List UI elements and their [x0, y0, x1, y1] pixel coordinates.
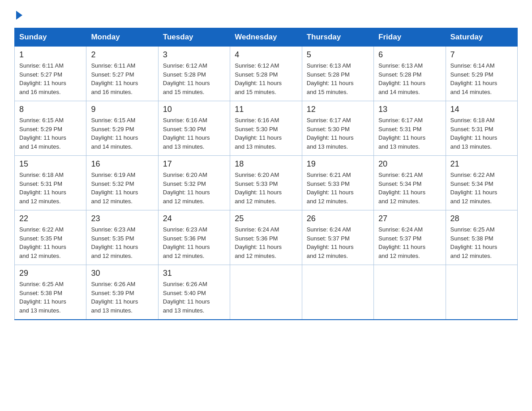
day-info: Sunrise: 6:13 AM Sunset: 5:28 PM Dayligh…	[378, 61, 441, 96]
day-number: 4	[235, 50, 297, 60]
calendar-cell: 8 Sunrise: 6:15 AM Sunset: 5:29 PM Dayli…	[15, 101, 86, 156]
day-number: 31	[163, 269, 225, 278]
day-number: 23	[91, 214, 153, 223]
calendar-cell: 30 Sunrise: 6:26 AM Sunset: 5:39 PM Dayl…	[86, 265, 158, 320]
calendar-cell: 1 Sunrise: 6:11 AM Sunset: 5:27 PM Dayli…	[15, 47, 86, 101]
calendar-cell	[374, 265, 446, 320]
calendar-cell	[446, 265, 517, 320]
calendar-cell	[230, 265, 302, 320]
calendar-cell: 13 Sunrise: 6:17 AM Sunset: 5:31 PM Dayl…	[374, 101, 446, 156]
calendar-cell: 29 Sunrise: 6:25 AM Sunset: 5:38 PM Dayl…	[15, 265, 86, 320]
day-info: Sunrise: 6:25 AM Sunset: 5:38 PM Dayligh…	[19, 280, 82, 315]
day-number: 18	[235, 159, 297, 169]
day-info: Sunrise: 6:24 AM Sunset: 5:37 PM Dayligh…	[307, 225, 369, 260]
day-number: 9	[91, 105, 153, 114]
calendar-cell	[302, 265, 373, 320]
calendar-cell: 17 Sunrise: 6:20 AM Sunset: 5:32 PM Dayl…	[158, 156, 230, 210]
day-info: Sunrise: 6:20 AM Sunset: 5:32 PM Dayligh…	[163, 171, 225, 206]
day-number: 24	[163, 214, 225, 223]
calendar-cell: 14 Sunrise: 6:18 AM Sunset: 5:31 PM Dayl…	[446, 101, 517, 156]
day-number: 20	[378, 159, 441, 169]
calendar-cell: 27 Sunrise: 6:24 AM Sunset: 5:37 PM Dayl…	[374, 210, 446, 265]
calendar-cell: 10 Sunrise: 6:16 AM Sunset: 5:30 PM Dayl…	[158, 101, 230, 156]
day-info: Sunrise: 6:22 AM Sunset: 5:34 PM Dayligh…	[450, 171, 513, 206]
calendar-cell: 12 Sunrise: 6:17 AM Sunset: 5:30 PM Dayl…	[302, 101, 373, 156]
day-info: Sunrise: 6:21 AM Sunset: 5:34 PM Dayligh…	[378, 171, 441, 206]
calendar-cell: 18 Sunrise: 6:20 AM Sunset: 5:33 PM Dayl…	[230, 156, 302, 210]
calendar-cell: 2 Sunrise: 6:11 AM Sunset: 5:27 PM Dayli…	[86, 47, 158, 101]
day-info: Sunrise: 6:15 AM Sunset: 5:29 PM Dayligh…	[19, 116, 82, 151]
day-info: Sunrise: 6:16 AM Sunset: 5:30 PM Dayligh…	[163, 116, 225, 151]
calendar-cell: 11 Sunrise: 6:16 AM Sunset: 5:30 PM Dayl…	[230, 101, 302, 156]
day-info: Sunrise: 6:12 AM Sunset: 5:28 PM Dayligh…	[163, 61, 225, 96]
day-number: 15	[19, 159, 82, 169]
calendar-cell: 16 Sunrise: 6:19 AM Sunset: 5:32 PM Dayl…	[86, 156, 158, 210]
calendar-cell: 22 Sunrise: 6:22 AM Sunset: 5:35 PM Dayl…	[15, 210, 86, 265]
calendar-cell: 31 Sunrise: 6:26 AM Sunset: 5:40 PM Dayl…	[158, 265, 230, 320]
day-number: 27	[378, 214, 441, 223]
calendar-cell: 4 Sunrise: 6:12 AM Sunset: 5:28 PM Dayli…	[230, 47, 302, 101]
logo	[14, 11, 22, 20]
day-number: 11	[235, 105, 297, 114]
day-number: 16	[91, 159, 153, 169]
day-number: 14	[450, 105, 513, 114]
day-info: Sunrise: 6:22 AM Sunset: 5:35 PM Dayligh…	[19, 225, 82, 260]
column-header-saturday: Saturday	[446, 28, 517, 47]
day-number: 21	[450, 159, 513, 169]
logo-arrow-icon	[16, 11, 22, 20]
day-info: Sunrise: 6:26 AM Sunset: 5:39 PM Dayligh…	[91, 280, 153, 315]
calendar-cell: 25 Sunrise: 6:24 AM Sunset: 5:36 PM Dayl…	[230, 210, 302, 265]
calendar-week-1: 1 Sunrise: 6:11 AM Sunset: 5:27 PM Dayli…	[15, 47, 518, 101]
day-info: Sunrise: 6:23 AM Sunset: 5:35 PM Dayligh…	[91, 225, 153, 260]
calendar-cell: 26 Sunrise: 6:24 AM Sunset: 5:37 PM Dayl…	[302, 210, 373, 265]
day-number: 8	[19, 105, 82, 114]
calendar-table: SundayMondayTuesdayWednesdayThursdayFrid…	[14, 28, 518, 320]
day-info: Sunrise: 6:25 AM Sunset: 5:38 PM Dayligh…	[450, 225, 513, 260]
day-number: 19	[307, 159, 369, 169]
column-header-friday: Friday	[374, 28, 446, 47]
day-info: Sunrise: 6:26 AM Sunset: 5:40 PM Dayligh…	[163, 280, 225, 315]
day-number: 3	[163, 50, 225, 60]
page-header	[14, 11, 518, 20]
calendar-cell: 15 Sunrise: 6:18 AM Sunset: 5:31 PM Dayl…	[15, 156, 86, 210]
day-number: 29	[19, 269, 82, 278]
day-info: Sunrise: 6:17 AM Sunset: 5:31 PM Dayligh…	[378, 116, 441, 151]
calendar-week-3: 15 Sunrise: 6:18 AM Sunset: 5:31 PM Dayl…	[15, 156, 518, 210]
calendar-cell: 20 Sunrise: 6:21 AM Sunset: 5:34 PM Dayl…	[374, 156, 446, 210]
day-number: 6	[378, 50, 441, 60]
calendar-cell: 19 Sunrise: 6:21 AM Sunset: 5:33 PM Dayl…	[302, 156, 373, 210]
day-info: Sunrise: 6:11 AM Sunset: 5:27 PM Dayligh…	[91, 61, 153, 96]
day-number: 1	[19, 50, 82, 60]
day-number: 13	[378, 105, 441, 114]
day-info: Sunrise: 6:16 AM Sunset: 5:30 PM Dayligh…	[235, 116, 297, 151]
column-header-sunday: Sunday	[15, 28, 86, 47]
day-number: 30	[91, 269, 153, 278]
column-header-thursday: Thursday	[302, 28, 373, 47]
day-number: 28	[450, 214, 513, 223]
day-info: Sunrise: 6:21 AM Sunset: 5:33 PM Dayligh…	[307, 171, 369, 206]
day-info: Sunrise: 6:17 AM Sunset: 5:30 PM Dayligh…	[307, 116, 369, 151]
day-info: Sunrise: 6:18 AM Sunset: 5:31 PM Dayligh…	[450, 116, 513, 151]
day-info: Sunrise: 6:24 AM Sunset: 5:36 PM Dayligh…	[235, 225, 297, 260]
day-info: Sunrise: 6:11 AM Sunset: 5:27 PM Dayligh…	[19, 61, 82, 96]
calendar-cell: 3 Sunrise: 6:12 AM Sunset: 5:28 PM Dayli…	[158, 47, 230, 101]
day-info: Sunrise: 6:18 AM Sunset: 5:31 PM Dayligh…	[19, 171, 82, 206]
day-number: 2	[91, 50, 153, 60]
calendar-cell: 21 Sunrise: 6:22 AM Sunset: 5:34 PM Dayl…	[446, 156, 517, 210]
day-info: Sunrise: 6:20 AM Sunset: 5:33 PM Dayligh…	[235, 171, 297, 206]
day-info: Sunrise: 6:13 AM Sunset: 5:28 PM Dayligh…	[307, 61, 369, 96]
calendar-cell: 9 Sunrise: 6:15 AM Sunset: 5:29 PM Dayli…	[86, 101, 158, 156]
day-info: Sunrise: 6:24 AM Sunset: 5:37 PM Dayligh…	[378, 225, 441, 260]
column-header-wednesday: Wednesday	[230, 28, 302, 47]
calendar-week-5: 29 Sunrise: 6:25 AM Sunset: 5:38 PM Dayl…	[15, 265, 518, 320]
calendar-header: SundayMondayTuesdayWednesdayThursdayFrid…	[15, 28, 518, 47]
day-info: Sunrise: 6:15 AM Sunset: 5:29 PM Dayligh…	[91, 116, 153, 151]
calendar-week-4: 22 Sunrise: 6:22 AM Sunset: 5:35 PM Dayl…	[15, 210, 518, 265]
column-header-tuesday: Tuesday	[158, 28, 230, 47]
day-number: 17	[163, 159, 225, 169]
calendar-cell: 7 Sunrise: 6:14 AM Sunset: 5:29 PM Dayli…	[446, 47, 517, 101]
day-number: 12	[307, 105, 369, 114]
calendar-week-2: 8 Sunrise: 6:15 AM Sunset: 5:29 PM Dayli…	[15, 101, 518, 156]
day-number: 25	[235, 214, 297, 223]
calendar-cell: 5 Sunrise: 6:13 AM Sunset: 5:28 PM Dayli…	[302, 47, 373, 101]
